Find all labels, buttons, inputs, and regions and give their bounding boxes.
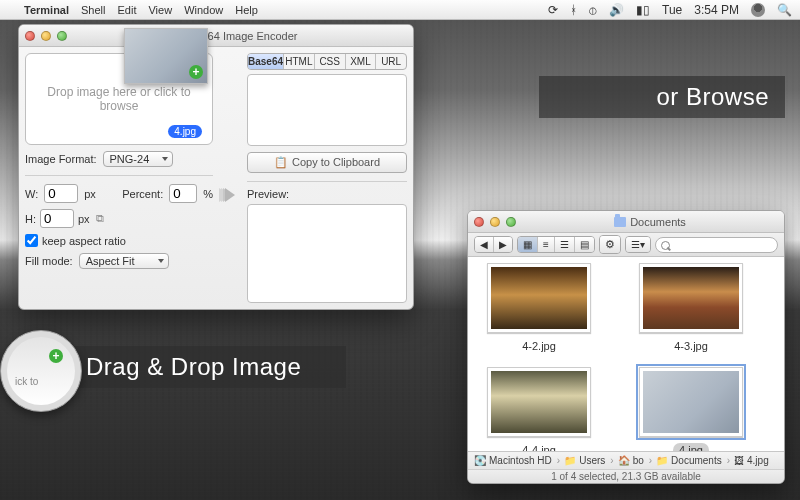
dropzone-badge: 4.jpg [168, 125, 202, 138]
keep-aspect-checkbox[interactable]: keep aspect ratio [25, 234, 213, 247]
menu-edit[interactable]: Edit [118, 4, 137, 16]
tab-html[interactable]: HTML [284, 54, 315, 69]
spotlight-icon[interactable]: 🔍 [777, 3, 792, 17]
sync-icon[interactable]: ⟳ [548, 3, 558, 17]
menu-view[interactable]: View [148, 4, 172, 16]
close-icon[interactable] [474, 217, 484, 227]
preview-label: Preview: [247, 188, 407, 200]
forward-button[interactable]: ▶ [494, 237, 512, 252]
keep-aspect-label: keep aspect ratio [42, 235, 126, 247]
tab-url[interactable]: URL [376, 54, 406, 69]
file-name: 4.jpg [673, 443, 709, 451]
finder-status-text: 1 of 4 selected, 21.3 GB available [551, 471, 701, 482]
finder-titlebar[interactable]: Documents [468, 211, 784, 233]
lens-text: ick to [15, 376, 38, 387]
menu-bar: Terminal Shell Edit View Window Help ⟳ ᚼ… [0, 0, 800, 20]
menubar-day: Tue [662, 3, 682, 17]
menu-window[interactable]: Window [184, 4, 223, 16]
promo-browse-text: or Browse [656, 83, 769, 111]
px-unit: px [84, 188, 96, 200]
copy-to-clipboard-button[interactable]: 📋 Copy to Clipboard [247, 152, 407, 173]
promo-dragdrop: Drag & Drop Image [70, 346, 346, 388]
user-icon[interactable] [751, 3, 765, 17]
plus-icon: + [49, 349, 63, 363]
w-label: W: [25, 188, 38, 200]
fill-label: Fill mode: [25, 255, 73, 267]
tab-xml[interactable]: XML [346, 54, 377, 69]
menu-help[interactable]: Help [235, 4, 258, 16]
h-label: H: [25, 213, 36, 225]
view-coverflow-button[interactable]: ▤ [575, 237, 594, 252]
finder-toolbar: ◀ ▶ ▦ ≡ ☰ ▤ ☰▾ [468, 233, 784, 257]
back-button[interactable]: ◀ [475, 237, 494, 252]
volume-icon[interactable]: 🔊 [609, 3, 624, 17]
path-bar[interactable]: 💽Macintosh HD 📁Users 🏠bo 📁Documents 🖼4.j… [468, 451, 784, 469]
finder-content[interactable]: 4-2.jpg 4-3.jpg 4-4.jpg 4.jpg [468, 257, 784, 451]
magnifier: ick to + [0, 330, 82, 412]
arrange-menu[interactable]: ☰▾ [626, 237, 650, 252]
promo-browse: or Browse [539, 76, 785, 118]
promo-dragdrop-text: Drag & Drop Image [86, 353, 301, 381]
battery-icon[interactable]: ▮▯ [636, 3, 650, 17]
preview-box [247, 204, 407, 303]
file-item[interactable]: 4-2.jpg [476, 263, 602, 353]
path-segment: 📁Documents [656, 455, 730, 466]
file-item-selected[interactable]: 4.jpg [628, 367, 754, 451]
format-label: Image Format: [25, 153, 97, 165]
file-name: 4-3.jpg [668, 339, 714, 353]
path-segment: 🏠bo [618, 455, 652, 466]
percent-label: Percent: [122, 188, 163, 200]
menu-shell[interactable]: Shell [81, 4, 105, 16]
file-item[interactable]: 4-3.jpg [628, 263, 754, 353]
encoder-window: Base64 Image Encoder Drop image here or … [18, 24, 414, 310]
output-tabs: Base64 HTML CSS XML URL [247, 53, 407, 70]
zoom-icon[interactable] [506, 217, 516, 227]
action-menu[interactable] [600, 236, 620, 253]
view-list-button[interactable]: ≡ [538, 237, 555, 252]
file-name: 4-4.jpg [516, 443, 562, 451]
format-select[interactable]: PNG-24 [103, 151, 173, 167]
percent-unit: % [203, 188, 213, 200]
fill-mode-value: Aspect Fit [86, 255, 135, 267]
tab-base64[interactable]: Base64 [248, 54, 284, 69]
view-columns-button[interactable]: ☰ [555, 237, 575, 252]
bluetooth-icon[interactable]: ᚼ [570, 3, 577, 17]
copy-label: Copy to Clipboard [292, 156, 380, 168]
width-input[interactable] [44, 184, 78, 203]
zoom-icon[interactable] [57, 31, 67, 41]
dropzone-text: Drop image here or click to browse [34, 85, 204, 113]
view-icons-button[interactable]: ▦ [518, 237, 538, 252]
minimize-icon[interactable] [41, 31, 51, 41]
format-value: PNG-24 [110, 153, 150, 165]
path-segment: 🖼4.jpg [734, 455, 774, 466]
menubar-time: 3:54 PM [694, 3, 739, 17]
finder-status: 1 of 4 selected, 21.3 GB available [468, 469, 784, 483]
arrow-right-icon [219, 184, 241, 206]
file-item[interactable]: 4-4.jpg [476, 367, 602, 451]
height-input[interactable] [40, 209, 74, 228]
dragged-image[interactable] [124, 28, 208, 84]
path-segment: 💽Macintosh HD [474, 455, 560, 466]
app-menu[interactable]: Terminal [24, 4, 69, 16]
clipboard-icon: 📋 [274, 156, 288, 169]
output-textarea[interactable] [247, 74, 407, 146]
finder-window: Documents ◀ ▶ ▦ ≡ ☰ ▤ ☰▾ 4-2.jpg 4-3.jpg… [467, 210, 785, 484]
keep-aspect-input[interactable] [25, 234, 38, 247]
file-name: 4-2.jpg [516, 339, 562, 353]
fill-mode-select[interactable]: Aspect Fit [79, 253, 169, 269]
path-segment: 📁Users [564, 455, 613, 466]
tab-css[interactable]: CSS [315, 54, 346, 69]
px-unit-2: px [78, 213, 90, 225]
finder-title: Documents [630, 216, 686, 228]
search-input[interactable] [655, 237, 778, 253]
percent-input[interactable] [169, 184, 197, 203]
folder-icon [614, 217, 626, 227]
close-icon[interactable] [25, 31, 35, 41]
encoder-titlebar[interactable]: Base64 Image Encoder [19, 25, 413, 47]
link-wh-icon[interactable]: ⧉ [96, 212, 104, 225]
minimize-icon[interactable] [490, 217, 500, 227]
wifi-icon[interactable]: ⦶ [589, 3, 597, 17]
